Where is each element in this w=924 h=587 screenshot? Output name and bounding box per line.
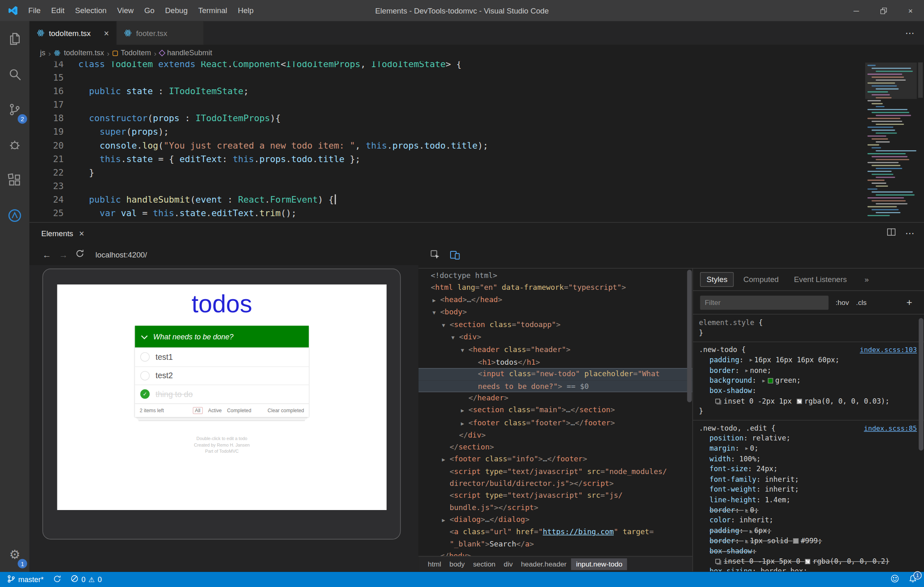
style-row[interactable]: } — [699, 406, 924, 417]
back-button[interactable]: ← — [43, 249, 52, 259]
shadow-editor-icon[interactable] — [716, 559, 720, 564]
filter-completed[interactable]: Completed — [227, 407, 251, 413]
chevron-down-icon[interactable]: ▼ — [433, 307, 440, 318]
style-row[interactable]: border: ▶0; — [699, 505, 924, 515]
activity-debug[interactable] — [0, 127, 29, 163]
editor-more-actions[interactable]: ⋯ — [905, 21, 915, 45]
menu-edit[interactable]: Edit — [46, 0, 70, 21]
dom-tree-row[interactable]: <h1>todos</h1> — [419, 357, 693, 368]
hover-state-button[interactable]: :hov — [836, 298, 849, 307]
dom-tree-row[interactable]: <script type="text/javascript" src="node… — [419, 466, 693, 478]
style-row[interactable]: font-weight: inherit; — [699, 485, 924, 495]
styles-scrollbar[interactable] — [919, 318, 924, 451]
menu-view[interactable]: View — [112, 0, 139, 21]
dom-tree-row[interactable]: ▶<dialog>…</dialog> — [419, 514, 693, 526]
chevron-right-icon[interactable]: ▶ — [433, 294, 440, 306]
style-row[interactable]: box-shadow: — [699, 546, 924, 557]
dom-tree-row[interactable]: bundle.js"></script> — [419, 501, 693, 513]
code-line[interactable]: 19 super(props); — [29, 125, 924, 139]
minimize-button[interactable]: ─ — [842, 0, 870, 21]
dom-crumb-header-header[interactable]: header.header — [521, 560, 566, 568]
expand-arrow-icon[interactable]: ▶ — [745, 368, 748, 373]
dom-tree-row[interactable]: <script type="text/javascript" src="js/ — [419, 490, 693, 501]
code-line[interactable]: 23 — [29, 180, 924, 193]
dom-scrollbar[interactable] — [687, 270, 692, 402]
dom-tree-row[interactable]: </div> — [419, 429, 693, 441]
feedback-smiley-icon[interactable] — [890, 574, 899, 585]
dom-tree-row[interactable]: </header> — [419, 392, 693, 404]
minimap[interactable] — [865, 63, 917, 221]
styles-filter-input[interactable] — [700, 296, 829, 310]
style-row[interactable]: background: ▶green; — [699, 376, 924, 386]
dom-tree-row[interactable]: director/build/director.js"></script> — [419, 478, 693, 490]
code-line[interactable]: 16 public state : ITodoItemState; — [29, 85, 924, 98]
expand-arrow-icon[interactable]: ▶ — [745, 538, 748, 544]
checked-toggle-icon[interactable]: ✓ — [140, 389, 149, 399]
color-swatch-alpha[interactable] — [805, 559, 811, 564]
style-row[interactable]: border: ▶1px solid #999; — [699, 536, 924, 546]
style-row[interactable]: padding: ▶6px; — [699, 526, 924, 536]
panel-tab-elements[interactable]: Elements × — [41, 228, 84, 238]
dom-tree-row[interactable]: <html lang="en" data-framework="typescri… — [419, 282, 693, 294]
style-row[interactable]: index.scss:103.new-todo { — [699, 345, 924, 355]
style-row[interactable]: width: 100%; — [699, 454, 924, 464]
style-row[interactable]: index.scss:85.new-todo, .edit { — [699, 423, 924, 433]
dom-tree-row[interactable]: ▶<section class="main">…</section> — [419, 404, 693, 417]
style-row[interactable]: box-shadow: — [699, 386, 924, 396]
dom-tree-row[interactable]: needs to be done?"> == $0 — [419, 380, 693, 392]
notifications-bell[interactable]: 1 — [909, 574, 917, 585]
style-row[interactable]: box-sizing: border-box; — [699, 567, 924, 571]
expand-arrow-icon[interactable]: ▶ — [745, 508, 748, 513]
dom-tree-row[interactable]: ▼<div> — [419, 331, 693, 344]
style-row[interactable]: color: inherit; — [699, 515, 924, 526]
more-tabs-icon[interactable]: » — [865, 275, 869, 284]
style-row[interactable]: border: ▶none; — [699, 366, 924, 376]
breadcrumb-item-handlesubmit[interactable]: handleSubmit — [159, 49, 212, 57]
activity-extensions[interactable] — [0, 163, 29, 198]
chevron-down-icon[interactable]: ▼ — [461, 344, 469, 356]
menu-go[interactable]: Go — [139, 0, 160, 21]
todo-item[interactable]: test1 — [135, 348, 308, 366]
code-line[interactable]: 20 console.log("You just created a new t… — [29, 139, 924, 153]
style-row[interactable]: padding: ▶16px 16px 16px 60px; — [699, 355, 924, 366]
todo-toggle-icon[interactable] — [140, 352, 149, 362]
activity-source-control[interactable]: 2 — [0, 92, 29, 127]
dom-tree-row[interactable]: ▶<footer class="footer">…</footer> — [419, 417, 693, 429]
code-line[interactable]: 18 constructor(props : ITodoItemProps){ — [29, 112, 924, 125]
breadcrumb-item-js[interactable]: js — [40, 49, 45, 57]
filter-all[interactable]: All — [192, 406, 203, 413]
branch-indicator[interactable]: master* — [7, 575, 43, 585]
dom-crumb-section[interactable]: section — [473, 560, 496, 568]
menu-debug[interactable]: Debug — [160, 0, 193, 21]
dom-tree-row[interactable]: <input class="new-todo" placeholder="Wha… — [419, 368, 693, 380]
toggle-all-chevron-icon[interactable] — [141, 331, 148, 342]
clear-completed-button[interactable]: Clear completed — [267, 407, 304, 413]
dom-tree-row[interactable]: "_blank">Search</a> — [419, 538, 693, 550]
class-toggle-button[interactable]: .cls — [856, 298, 867, 307]
refresh-button[interactable] — [75, 249, 84, 260]
code-line[interactable]: 25 var val = this.state.editText.trim(); — [29, 207, 924, 220]
code-line[interactable]: 15 — [29, 71, 924, 85]
chevron-down-icon[interactable]: ▼ — [442, 319, 450, 331]
close-button[interactable]: × — [897, 0, 924, 21]
dom-tree-row[interactable]: ▼<body> — [419, 306, 693, 319]
code-line[interactable]: 24 public handleSubmit(event : React.For… — [29, 193, 924, 207]
dom-tree-row[interactable]: ▼<header class="header"> — [419, 344, 693, 357]
expand-arrow-icon[interactable]: ▶ — [762, 378, 765, 384]
new-todo-input[interactable]: What needs to be done? — [135, 326, 308, 348]
style-row[interactable]: inset 0 -1px 5px 0 rgba(0, 0, 0, 0.2) — [699, 557, 924, 567]
style-row[interactable]: font-family: inherit; — [699, 474, 924, 485]
dom-tree-row[interactable]: ▶<footer class="info">…</footer> — [419, 453, 693, 466]
stylesheet-link[interactable]: index.scss:103 — [860, 345, 917, 355]
scrollbar-thumb[interactable] — [918, 63, 923, 98]
device-toolbar-icon[interactable] — [450, 250, 460, 262]
tab-computed[interactable]: Computed — [737, 273, 784, 286]
chevron-right-icon[interactable]: ▶ — [442, 454, 450, 466]
panel-more-icon[interactable]: ⋯ — [905, 228, 915, 239]
activity-explorer[interactable] — [0, 21, 29, 56]
chevron-right-icon[interactable]: ▶ — [442, 514, 450, 526]
dom-tree-row[interactable]: ▼<section class="todoapp"> — [419, 319, 693, 332]
dom-crumb-html[interactable]: html — [428, 560, 442, 568]
address-bar[interactable]: localhost:4200/ — [95, 250, 147, 259]
close-icon[interactable]: × — [104, 28, 109, 38]
